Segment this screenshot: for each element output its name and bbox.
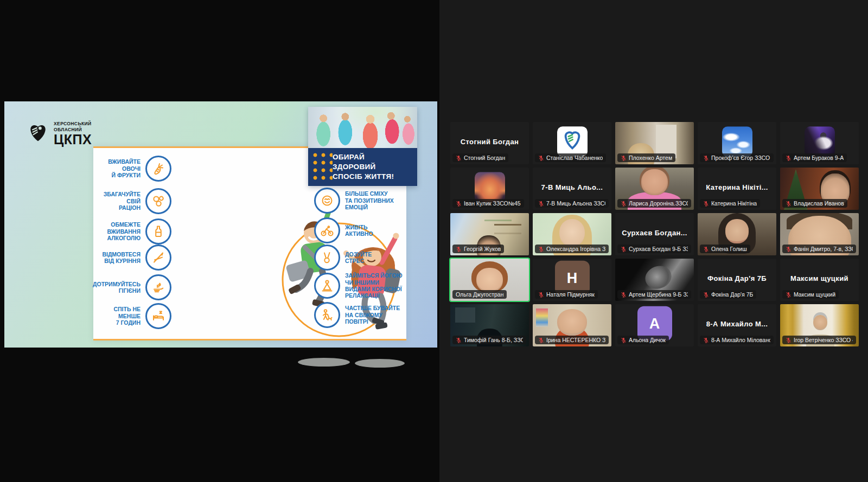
participant-display-name: Стогний Богдан bbox=[452, 137, 527, 145]
participant-name-label: Лариса Дороніна.ЗЗСО... bbox=[617, 199, 691, 208]
participant-name-label: 7-В Миць Альона ЗЗСО... bbox=[535, 199, 609, 208]
participant-tile[interactable]: Стогний БогданСтогний Богдан bbox=[450, 122, 529, 164]
muted-mic-icon bbox=[786, 292, 792, 298]
participant-tile[interactable]: Ольга Джугостран bbox=[450, 259, 529, 301]
muted-mic-icon bbox=[538, 201, 544, 207]
participant-tile[interactable]: Лариса Дороніна.ЗЗСО... bbox=[615, 168, 694, 210]
muted-mic-icon bbox=[456, 155, 462, 161]
health-tip-item: ЗБАГАЧУЙТЕ СВІЙ РАЦІОН bbox=[94, 188, 171, 214]
muted-mic-icon bbox=[456, 246, 462, 252]
participant-tile[interactable]: Ірина НЕСТЕРЕНКО ЗЗС... bbox=[533, 304, 611, 346]
participant-tile[interactable]: ННаталя Підмурняк bbox=[533, 259, 611, 301]
participant-name-text: Наталя Підмурняк bbox=[546, 291, 595, 298]
sleep-icon bbox=[145, 303, 171, 329]
participant-tile[interactable]: 7-В Миць Альо...7-В Миць Альона ЗЗСО... bbox=[533, 168, 611, 210]
participant-tile[interactable]: Катерина Нікіті...Катерина Нікітіна bbox=[698, 168, 776, 210]
participant-tile[interactable]: Артем Щербина 9-Б ЗЗ... bbox=[615, 259, 694, 301]
muted-mic-icon bbox=[538, 155, 544, 161]
health-tip-text: ДОТРИМУЙТЕСЬ ГІГІЄНИ bbox=[93, 281, 141, 294]
participant-name-text: Артем Щербина 9-Б ЗЗ... bbox=[629, 291, 688, 298]
health-tip-text: ЖИВІТЬ АКТИВНО bbox=[345, 224, 373, 237]
participant-name-label: Прокоф'єв Єгор ЗЗСО ... bbox=[700, 153, 774, 162]
participant-name-label: Фанін Дмитро, 7-в, ЗЗС... bbox=[782, 245, 856, 253]
screen-share-area: ХЕРСОНСЬКИЙ ОБЛАСНИЙ ЦКПХ bbox=[0, 0, 439, 482]
org-logo: ХЕРСОНСЬКИЙ ОБЛАСНИЙ ЦКПХ bbox=[27, 121, 92, 146]
participant-name-text: Ігор Ветріченко ЗЗСО 45 bbox=[794, 337, 853, 343]
participant-name-text: Ірина НЕСТЕРЕНКО ЗЗС... bbox=[546, 337, 605, 343]
health-tip-item: БІЛЬШЕ СМІХУ ТА ПОЗИТИВНИХ ЕМОЦІЙ bbox=[314, 188, 394, 214]
participant-name-label: Плохенко Артем bbox=[617, 153, 675, 162]
participant-name-label: Ігор Ветріченко ЗЗСО 45 bbox=[782, 336, 856, 344]
purple-art-avatar bbox=[805, 126, 835, 157]
muted-mic-icon bbox=[621, 155, 627, 161]
participant-name-label: Артем Щербина 9-Б ЗЗ... bbox=[617, 290, 691, 299]
participant-display-name: Максим щуцкий bbox=[782, 274, 857, 282]
participant-name-label: Наталя Підмурняк bbox=[535, 290, 598, 299]
muted-mic-icon bbox=[703, 155, 709, 161]
muted-mic-icon bbox=[703, 292, 709, 298]
participant-name-label: Олександра Ігорівна ЗЗ... bbox=[535, 245, 609, 253]
no-smoking-icon bbox=[145, 245, 171, 271]
sunset-avatar bbox=[475, 172, 505, 202]
participant-tile[interactable]: Тимофій Гань 8-Б, ЗЗС... bbox=[450, 304, 529, 346]
dots-pattern bbox=[311, 151, 333, 183]
participant-tile[interactable]: Олена Голиш bbox=[698, 213, 776, 255]
slogan-line3: СПОСІБ ЖИТТЯ! bbox=[333, 172, 394, 182]
muted-mic-icon bbox=[621, 337, 627, 343]
bottle-icon bbox=[145, 218, 171, 245]
participant-name-text: Альона Дичок bbox=[629, 337, 666, 343]
health-tip-text: ВЖИВАЙТЕ ОВОЧІ Й ФРУКТИ bbox=[108, 158, 141, 178]
participant-name-label: 8-А Михайло Міловано... bbox=[700, 336, 774, 344]
participant-name-label: Станіслав Чабаненко bbox=[535, 153, 606, 162]
muted-mic-icon bbox=[621, 201, 627, 207]
health-tip-text: ОБМЕЖТЕ ВЖИВАННЯ АЛКОГОЛЮ bbox=[107, 221, 141, 241]
participant-name-label: Іван Кулик ЗЗСО№45 bbox=[452, 199, 524, 208]
participant-tile[interactable]: Ігор Ветріченко ЗЗСО 45 bbox=[780, 304, 859, 346]
participant-name-text: 7-В Миць Альона ЗЗСО... bbox=[546, 200, 605, 207]
participant-tile[interactable]: 8-А Михайло М...8-А Михайло Міловано... bbox=[698, 304, 776, 346]
participant-tile[interactable]: Фанін Дмитро, 7-в, ЗЗС... bbox=[780, 213, 859, 255]
participant-name-label: Ольга Джугостран bbox=[452, 290, 507, 299]
slogan-line1: ОБИРАЙ bbox=[333, 152, 394, 162]
cycling-icon bbox=[314, 217, 340, 243]
participant-tile[interactable]: Іван Кулик ЗЗСО№45 bbox=[450, 168, 529, 210]
yoga-icon bbox=[314, 273, 340, 299]
org-logo-icon bbox=[27, 123, 49, 145]
health-tip-text: ЗАЙМІТЬСЯ ЙОГОЮ ЧИ ІНШИМИ ВИДАМИ КОРИСНО… bbox=[345, 272, 403, 299]
participant-display-name: Фокіна Дар'я 7Б bbox=[699, 274, 775, 282]
participant-name-text: 8-А Михайло Міловано... bbox=[711, 337, 770, 343]
health-tip-text: ВІДМОВТЕСЯ ВІД КУРІННЯ bbox=[102, 251, 141, 265]
health-tip-item: ЖИВІТЬ АКТИВНО bbox=[314, 217, 373, 243]
participant-tile[interactable]: Плохенко Артем bbox=[615, 122, 694, 164]
participant-name-text: Олена Голиш bbox=[711, 246, 747, 252]
health-tip-text: ЧАСТІШЕ БУВАЙТЕ НА СВІЖОМУ ПОВІТРІ bbox=[345, 305, 400, 325]
participant-tile[interactable]: Артем Бураков 9-А bbox=[780, 122, 859, 164]
participant-name-label: Альона Дичок bbox=[617, 336, 669, 344]
participant-name-label: Максим щуцкий bbox=[782, 290, 839, 299]
participant-name-text: Катерина Нікітіна bbox=[711, 200, 757, 207]
participant-tile[interactable]: Сурхаєв Богдан...Сурхаєв Богдан 9-Б ЗЗС.… bbox=[615, 213, 694, 255]
participant-name-text: Олександра Ігорівна ЗЗ... bbox=[546, 246, 605, 252]
slogan-line2: ЗДОРОВИЙ bbox=[333, 162, 394, 172]
participant-name-label: Сурхаєв Богдан 9-Б ЗЗС... bbox=[617, 245, 691, 253]
participant-name-label: Катерина Нікітіна bbox=[700, 199, 760, 208]
participant-tile[interactable]: Фокіна Дар'я 7БФокіна Дар'я 7Б bbox=[698, 259, 776, 301]
participant-tile[interactable]: Максим щуцкийМаксим щуцкий bbox=[780, 259, 859, 301]
participant-tile[interactable]: Прокоф'єв Єгор ЗЗСО ... bbox=[698, 122, 776, 164]
participant-tile[interactable]: Станіслав Чабаненко bbox=[533, 122, 611, 164]
participant-tile[interactable]: Олександра Ігорівна ЗЗ... bbox=[533, 213, 611, 255]
participant-name-text: Фанін Дмитро, 7-в, ЗЗС... bbox=[794, 246, 853, 252]
participant-name-label: Артем Бураков 9-А bbox=[782, 153, 847, 162]
participant-name-label: Георгій Жуков bbox=[452, 245, 504, 253]
participant-tile[interactable]: ААльона Дичок bbox=[615, 304, 694, 346]
participant-name-text: Фокіна Дар'я 7Б bbox=[711, 291, 753, 298]
healthy-lifestyle-media-block: ОБИРАЙ ЗДОРОВИЙ СПОСІБ ЖИТТЯ! bbox=[308, 107, 417, 186]
slogan-banner: ОБИРАЙ ЗДОРОВИЙ СПОСІБ ЖИТТЯ! bbox=[308, 148, 417, 186]
participant-tile[interactable]: Владислав Иванов bbox=[780, 168, 859, 210]
health-tip-item: СПІТЬ НЕ МЕНШЕ 7 ГОДИН bbox=[94, 303, 171, 329]
participant-name-label: Фокіна Дар'я 7Б bbox=[700, 290, 756, 299]
participant-display-name: 8-А Михайло М... bbox=[699, 319, 775, 327]
participant-tile[interactable]: Георгій Жуков bbox=[450, 213, 529, 255]
participant-name-label: Владислав Иванов bbox=[782, 199, 847, 208]
participant-name-label: Ірина НЕСТЕРЕНКО ЗЗС... bbox=[535, 336, 609, 344]
